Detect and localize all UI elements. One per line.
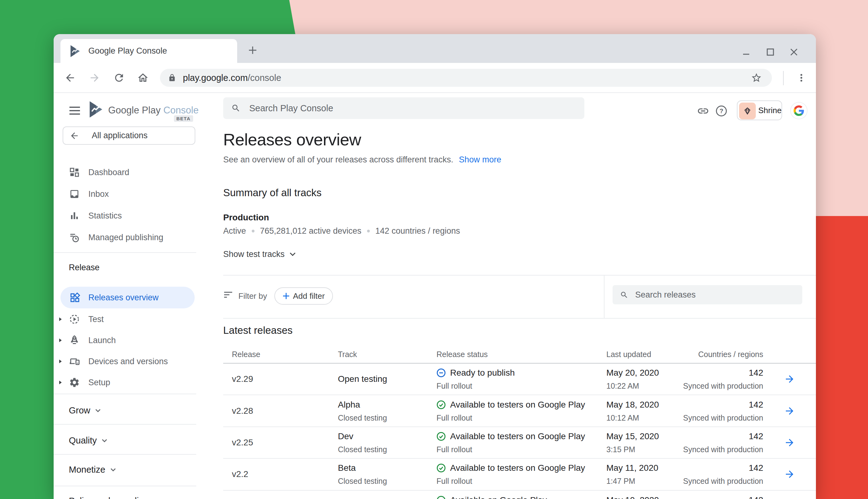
last-updated-time: 10:12 AM [606, 413, 678, 422]
sidebar-item-test[interactable]: Test [54, 308, 199, 330]
release-section-label: Release [69, 263, 99, 272]
content-divider [223, 275, 816, 276]
plus-icon [282, 292, 290, 300]
console-search-input[interactable] [249, 103, 531, 113]
open-release-arrow-icon[interactable] [784, 374, 795, 385]
releases-search[interactable] [613, 285, 802, 304]
latest-releases-heading: Latest releases [223, 325, 293, 336]
filter-icon [224, 292, 233, 299]
table-row[interactable]: v2.25 Dev Closed testing Available to te… [223, 427, 816, 458]
track-name: Dev [338, 431, 428, 441]
open-release-arrow-icon[interactable] [784, 437, 795, 448]
sidebar-item-launch[interactable]: Launch [54, 329, 199, 351]
console-search[interactable] [223, 97, 584, 119]
table-row[interactable]: v2.29 Open testing Ready to publish Full… [223, 364, 816, 394]
home-icon[interactable] [135, 70, 151, 86]
play-console-app: Google Play Console BETA All application… [54, 93, 816, 499]
brand-google-play: Google Play [108, 105, 161, 116]
chevron-down-icon [102, 439, 107, 442]
reload-icon[interactable] [111, 70, 127, 86]
url-path: /console [248, 73, 281, 83]
last-updated-date: May 10, 2020 [606, 495, 678, 499]
sidebar-item-statistics[interactable]: Statistics [54, 205, 199, 227]
sidebar-item-label: Statistics [88, 211, 122, 221]
expand-caret-icon[interactable] [58, 359, 63, 364]
sidebar-item-label: Launch [88, 336, 116, 345]
sidebar-item-dashboard[interactable]: Dashboard [54, 161, 199, 183]
all-applications-button[interactable]: All applications [63, 126, 195, 145]
sidebar-section-quality[interactable]: Quality [69, 436, 107, 446]
expand-caret-icon[interactable] [58, 338, 63, 343]
rollout-status: Full rollout [437, 445, 598, 454]
release-version: v2.25 [232, 438, 329, 448]
countries-count: 142 [749, 431, 763, 441]
link-icon[interactable] [696, 104, 710, 118]
release-version: v2.28 [232, 406, 329, 416]
back-arrow-icon [70, 131, 80, 141]
filter-by-label: Filter by [239, 291, 267, 301]
sidebar-item-label: Setup [88, 378, 110, 387]
sidebar-item-label: Inbox [88, 190, 109, 199]
chevron-down-icon [290, 252, 296, 256]
hamburger-menu-icon[interactable] [66, 102, 83, 119]
col-actions [763, 349, 816, 359]
new-tab-icon[interactable] [245, 43, 260, 58]
expand-caret-icon[interactable] [58, 317, 63, 322]
minimize-icon[interactable] [739, 45, 754, 60]
track-sub: Closed testing [338, 477, 428, 485]
shrine-app-icon [739, 102, 756, 119]
back-icon[interactable] [62, 70, 78, 86]
add-filter-button[interactable]: Add filter [274, 287, 333, 305]
all-applications-label: All applications [92, 131, 148, 141]
help-icon[interactable]: ? [714, 104, 728, 118]
releases-search-input[interactable] [635, 290, 781, 300]
dashboard-icon [68, 166, 81, 179]
show-test-tracks-toggle[interactable]: Show test tracks [223, 250, 296, 259]
bookmark-star-icon[interactable] [748, 70, 765, 86]
sidebar-section-grow[interactable]: Grow [69, 405, 101, 416]
table-row[interactable]: v2.2 Beta Closed testing Available to te… [223, 459, 816, 489]
play-console-favicon [69, 45, 81, 58]
brand-wordmark: Google Play Console [108, 104, 199, 117]
sidebar-item-setup[interactable]: Setup [54, 372, 199, 393]
google-account-icon[interactable] [791, 102, 807, 119]
setup-gear-icon [68, 376, 81, 389]
sidebar-section-monetize[interactable]: Monetize [69, 465, 116, 475]
active-devices: 765,281,012 active devices [260, 226, 362, 236]
table-header-row: Release Track Release status Last update… [223, 349, 816, 359]
test-icon [68, 313, 81, 326]
page-subtitle: See an overview of all of your releases … [223, 155, 453, 165]
open-release-arrow-icon[interactable] [784, 405, 795, 416]
inbox-icon [68, 188, 81, 200]
open-release-arrow-icon[interactable] [784, 468, 795, 480]
countries-count: 142 [749, 463, 763, 473]
expand-caret-icon[interactable] [58, 380, 63, 385]
close-icon[interactable] [786, 45, 802, 60]
browser-tab[interactable]: Google Play Console [60, 39, 237, 63]
track-summary-line: Active 765,281,012 active devices 142 co… [223, 226, 460, 236]
tab-title: Google Play Console [88, 46, 167, 56]
sidebar-item-managed-publishing[interactable]: Managed publishing [54, 227, 199, 248]
address-bar[interactable]: play.google.com/console [160, 69, 772, 87]
managed-publishing-icon [68, 231, 81, 244]
release-status: Available to testers on Google Play [450, 463, 585, 473]
sidebar-item-releases-overview[interactable]: Releases overview [60, 287, 195, 308]
col-countries: Countries / regions [678, 349, 763, 359]
release-status: Ready to publish [450, 368, 515, 378]
release-version: v2.29 [232, 374, 329, 384]
sidebar-divider [54, 394, 196, 394]
table-row-partial[interactable]: Available on Google Play May 10, 2020 14… [223, 491, 816, 499]
sidebar-item-inbox[interactable]: Inbox [54, 183, 199, 205]
forward-icon[interactable] [86, 70, 103, 86]
tab-strip: Google Play Console [54, 34, 816, 63]
maximize-icon[interactable] [763, 45, 778, 60]
show-more-link[interactable]: Show more [459, 155, 501, 165]
search-icon [231, 104, 241, 113]
sidebar-section-policy-partial[interactable]: Policy and compliance [69, 496, 158, 499]
section-label: Quality [69, 436, 97, 446]
sidebar-divider [54, 454, 196, 455]
browser-menu-icon[interactable] [793, 70, 810, 86]
sidebar-item-devices-and-versions[interactable]: Devices and versions [54, 351, 199, 372]
app-switcher-chip[interactable]: Shrine [737, 100, 782, 120]
table-row[interactable]: v2.28 Alpha Closed testing Available to … [223, 395, 816, 426]
